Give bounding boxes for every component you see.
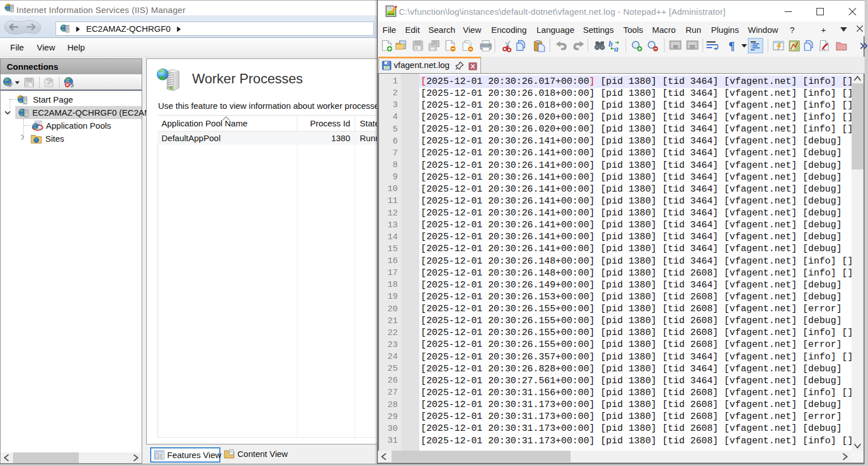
svg-text:¶: ¶ bbox=[729, 40, 735, 52]
svg-text:a: a bbox=[614, 44, 619, 52]
svg-text:b: b bbox=[609, 40, 613, 48]
